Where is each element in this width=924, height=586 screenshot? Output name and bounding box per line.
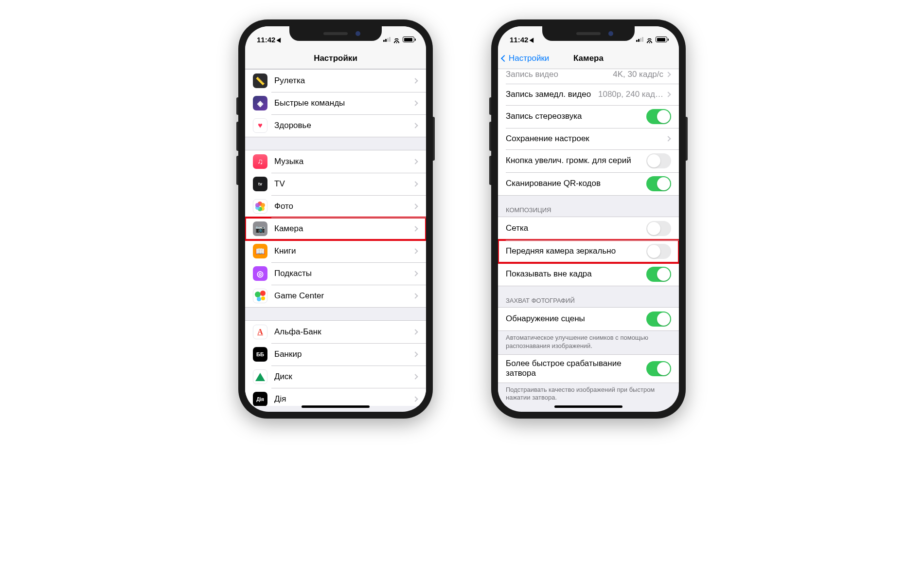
toggle-switch[interactable] (646, 176, 671, 191)
settings-row-tv[interactable]: tv TV (245, 173, 426, 195)
chevron-right-icon (412, 271, 418, 276)
row-label: Запись видео (506, 70, 613, 79)
row-label: Быстрые команды (274, 98, 413, 108)
row-label: Диск (274, 372, 413, 382)
chevron-right-icon (412, 293, 418, 298)
row-label: Обнаружение сцены (506, 314, 646, 324)
settings-row-podcasts[interactable]: ◎ Подкасты (245, 262, 426, 285)
toggle-switch[interactable] (646, 361, 671, 376)
settings-row-gamecenter[interactable]: Game Center (245, 285, 426, 307)
gamecenter-icon (253, 289, 267, 303)
settings-row-ruler[interactable]: 📏 Рулетка (245, 70, 426, 92)
settings-row-diia[interactable]: Дія Дія (245, 388, 426, 406)
toggle-switch[interactable] (646, 109, 671, 124)
ruler-icon: 📏 (253, 73, 267, 88)
phone-mockup-camera: 11:42 Настройки Камера Запись видео 4K, … (491, 19, 686, 419)
settings-group: 📏 Рулетка ◈ Быстрые команды ♥ Здоровье (245, 69, 426, 137)
toggle-switch[interactable] (646, 244, 671, 259)
settings-row-bankir[interactable]: ББ Банкир (245, 343, 426, 366)
toggle-switch[interactable] (646, 267, 671, 282)
camera-group-capture2: Более быстрое срабатывание затвора (498, 354, 679, 383)
chevron-right-icon (412, 123, 418, 128)
nav-header: Настройки (245, 48, 426, 69)
row-outside-frame[interactable]: Показывать вне кадра (498, 263, 679, 286)
row-label: Альфа-Банк (274, 327, 413, 337)
settings-row-camera[interactable]: 📷 Камера (245, 218, 426, 240)
row-slomo[interactable]: Запись замедл. видео 1080p, 240 кад… (498, 84, 679, 105)
wifi-icon (393, 36, 400, 43)
settings-row-photos[interactable]: Фото (245, 195, 426, 218)
toggle-switch[interactable] (646, 221, 671, 236)
row-label: TV (274, 179, 413, 189)
chevron-right-icon (412, 374, 418, 379)
shortcuts-icon: ◈ (253, 96, 267, 110)
settings-row-books[interactable]: 📖 Книги (245, 240, 426, 262)
page-title: Камера (573, 54, 604, 63)
chevron-right-icon (412, 159, 418, 164)
location-icon (277, 37, 283, 43)
chevron-right-icon (412, 329, 418, 334)
photos-icon (253, 199, 267, 214)
settings-row-alfa[interactable]: A Альфа-Банк (245, 321, 426, 343)
battery-icon (656, 37, 667, 42)
chevron-right-icon (412, 78, 418, 83)
chevron-right-icon (665, 136, 671, 141)
camera-icon: 📷 (253, 221, 267, 236)
camera-group-composition: Сетка Передняя камера зеркально Показыва… (498, 217, 679, 286)
row-label: Запись замедл. видео (506, 90, 598, 99)
row-qr[interactable]: Сканирование QR-кодов (498, 172, 679, 195)
home-indicator[interactable] (554, 405, 622, 408)
wifi-icon (646, 36, 653, 43)
toggle-switch[interactable] (646, 153, 671, 168)
row-label: Здоровье (274, 121, 413, 130)
nav-back-button[interactable]: Настройки (502, 54, 549, 63)
bankir-icon: ББ (253, 347, 267, 362)
row-label: Сохранение настроек (506, 134, 666, 144)
row-label: Сканирование QR-кодов (506, 179, 646, 188)
chevron-right-icon (412, 351, 418, 357)
cellular-signal-icon (636, 37, 643, 42)
settings-row-disk[interactable]: Диск (245, 366, 426, 388)
row-scene-detect[interactable]: Обнаружение сцены (498, 308, 679, 330)
section-footer: Автоматическое улучшение снимков с помощ… (498, 331, 679, 354)
settings-row-music[interactable]: ♫ Музыка (245, 150, 426, 173)
health-icon: ♥ (253, 118, 267, 133)
row-value: 1080p, 240 кад… (598, 90, 663, 99)
row-value: 4K, 30 кадр/с (613, 70, 663, 79)
toggle-switch[interactable] (646, 311, 671, 327)
camera-group-capture1: Обнаружение сцены (498, 307, 679, 331)
section-footer: Подстраивать качество изображений при бы… (498, 383, 679, 406)
row-mirror-front[interactable]: Передняя камера зеркально (498, 240, 679, 263)
row-label: Game Center (274, 291, 413, 301)
cellular-signal-icon (383, 37, 391, 42)
diia-icon: Дія (253, 392, 267, 406)
chevron-right-icon (412, 226, 418, 231)
row-record-video[interactable]: Запись видео 4K, 30 кадр/с (498, 69, 679, 84)
row-label: Фото (274, 201, 413, 211)
chevron-right-icon (412, 100, 418, 106)
settings-row-shortcuts[interactable]: ◈ Быстрые команды (245, 92, 426, 114)
row-grid[interactable]: Сетка (498, 217, 679, 240)
tv-icon: tv (253, 177, 267, 191)
battery-icon (403, 37, 414, 42)
row-stereo[interactable]: Запись стереозвука (498, 105, 679, 128)
row-faster-shutter[interactable]: Более быстрое срабатывание затвора (498, 355, 679, 383)
home-indicator[interactable] (302, 405, 370, 408)
alfa-icon: A (253, 325, 267, 339)
row-label: Банкир (274, 349, 413, 359)
section-header-capture: ЗАХВАТ ФОТОГРАФИЙ (498, 286, 679, 307)
settings-row-health[interactable]: ♥ Здоровье (245, 114, 426, 137)
chevron-right-icon (412, 248, 418, 254)
row-volume-burst[interactable]: Кнопка увелич. громк. для серий (498, 149, 679, 172)
notch (542, 26, 635, 41)
row-label: Подкасты (274, 269, 413, 278)
row-preserve[interactable]: Сохранение настроек (498, 128, 679, 149)
chevron-right-icon (412, 181, 418, 186)
phone-mockup-settings: 11:42 Настройки 📏 Рулетка ◈ (238, 19, 433, 419)
settings-group: A Альфа-Банк ББ Банкир Диск Дія Дія (245, 320, 426, 406)
row-label: Показывать вне кадра (506, 269, 646, 279)
nav-header: Настройки Камера (498, 48, 679, 69)
camera-group-video: Запись видео 4K, 30 кадр/с Запись замедл… (498, 69, 679, 196)
chevron-right-icon (412, 396, 418, 402)
settings-group: ♫ Музыка tv TV (245, 150, 426, 308)
